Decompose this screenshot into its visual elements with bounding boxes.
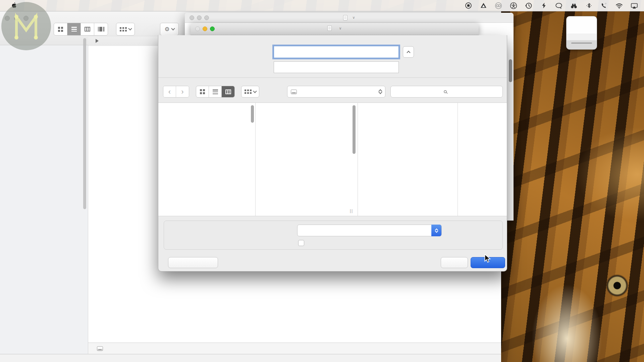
dialog-view-segmented-control <box>196 86 235 98</box>
icon-view-button[interactable] <box>54 23 67 35</box>
sidebar-scrollbar[interactable] <box>251 105 254 123</box>
column-view-icon <box>85 27 90 32</box>
finder-status-bar <box>0 354 501 362</box>
chevron-down-icon <box>171 26 175 30</box>
save-dialog: ‹ › <box>158 35 507 272</box>
search-icon <box>444 90 447 93</box>
list-view-button[interactable] <box>67 23 81 35</box>
finder-sidebar <box>0 45 88 354</box>
column-divider[interactable] <box>458 103 458 216</box>
flux-bolt-icon[interactable] <box>540 2 547 9</box>
dialog-file-list <box>256 104 356 113</box>
drive-icon <box>566 16 597 50</box>
chevron-down-icon[interactable]: ∨ <box>339 26 341 31</box>
sidebar-item[interactable] <box>158 116 255 129</box>
creative-cloud-icon[interactable] <box>495 2 502 9</box>
tags-input[interactable] <box>274 61 399 73</box>
column-view-button[interactable] <box>81 23 94 35</box>
popup-steppers-icon <box>431 225 441 236</box>
grid-view-icon <box>200 89 202 91</box>
list-view-button[interactable] <box>209 86 222 97</box>
column-view-button[interactable] <box>222 86 234 97</box>
airplay-icon[interactable] <box>631 2 638 9</box>
action-button[interactable]: ⚙ <box>160 23 179 36</box>
arrange-icon <box>120 27 121 29</box>
dialog-arrange-button[interactable] <box>241 86 259 98</box>
zoom-button[interactable] <box>23 16 29 21</box>
scrollbar-thumb[interactable] <box>509 59 512 82</box>
sidebar-section-header <box>0 45 88 61</box>
finder-path-bar[interactable] <box>88 343 501 354</box>
icon-view-button[interactable] <box>196 86 209 97</box>
status-icons <box>465 2 644 9</box>
drive-icon <box>97 346 103 351</box>
coverflow-view-button[interactable] <box>94 23 108 35</box>
minimize-button[interactable] <box>14 16 19 21</box>
binoculars-icon[interactable] <box>570 2 578 9</box>
location-popup[interactable] <box>287 86 385 98</box>
mouse-cursor <box>484 254 492 264</box>
back-button[interactable]: ‹ <box>163 86 176 97</box>
column-resize-handle[interactable]: || <box>350 208 353 213</box>
textedit-untitled-window: ∨ <box>191 23 479 35</box>
phone-icon[interactable] <box>600 2 608 9</box>
column-divider[interactable] <box>255 103 256 216</box>
arrange-icon <box>245 89 246 91</box>
list-view-icon <box>71 27 77 32</box>
bluetooth-icon[interactable] <box>585 2 593 9</box>
file-list-scrollbar[interactable] <box>353 105 356 154</box>
forward-button[interactable]: › <box>176 86 189 97</box>
menu-bar <box>0 0 644 11</box>
sidebar-items <box>0 70 88 83</box>
arrange-button[interactable] <box>116 23 135 36</box>
column-view-icon <box>225 89 231 94</box>
chevron-up-icon <box>407 51 410 54</box>
config-title-bar[interactable]: ∨ <box>185 13 514 23</box>
column-divider[interactable] <box>358 103 358 216</box>
google-drive-icon[interactable] <box>480 2 487 9</box>
sidebar-scrollbar[interactable] <box>83 38 86 209</box>
list-view-icon <box>213 89 218 94</box>
close-button[interactable] <box>5 16 10 21</box>
window-title: ∨ <box>191 25 479 31</box>
divider <box>158 77 507 78</box>
view-segmented-control[interactable] <box>54 23 108 36</box>
search-field[interactable] <box>390 86 503 98</box>
screen: ⚙ <box>0 0 644 362</box>
chevron-down-icon[interactable]: ∨ <box>352 15 355 20</box>
popup-steppers <box>379 90 385 94</box>
dialog-sidebar <box>158 116 255 129</box>
document-icon <box>327 25 332 31</box>
file-row[interactable] <box>256 104 356 113</box>
desktop-volume-boot[interactable] <box>566 16 597 66</box>
nav-buttons: ‹ › <box>163 86 189 98</box>
apple-menu-icon[interactable] <box>10 2 17 9</box>
disclosure-triangle-icon[interactable] <box>96 39 99 43</box>
extension-checkbox[interactable] <box>298 240 304 246</box>
expand-dialog-button[interactable] <box>403 46 414 58</box>
screen-record-icon[interactable] <box>465 2 472 9</box>
window-title: ∨ <box>185 15 514 20</box>
coverflow-view-icon <box>98 27 104 32</box>
filename-input[interactable] <box>274 46 399 58</box>
chevron-down-icon <box>253 89 257 93</box>
new-folder-button[interactable] <box>168 257 218 268</box>
time-machine-icon[interactable] <box>525 2 532 9</box>
file-browser: || <box>158 103 507 216</box>
accessibility-icon[interactable] <box>510 2 517 9</box>
drive-icon <box>291 89 297 94</box>
document-icon <box>343 15 347 20</box>
grid-view-icon <box>58 27 60 29</box>
sidebar-item[interactable] <box>0 70 88 83</box>
wifi-icon[interactable] <box>615 2 623 9</box>
finder-traffic-lights[interactable] <box>5 16 29 21</box>
messages-icon[interactable] <box>555 2 562 9</box>
gear-icon: ⚙ <box>164 26 169 33</box>
encoding-popup[interactable] <box>297 225 442 236</box>
chevron-down-icon <box>128 26 132 30</box>
cancel-button[interactable] <box>441 257 468 268</box>
